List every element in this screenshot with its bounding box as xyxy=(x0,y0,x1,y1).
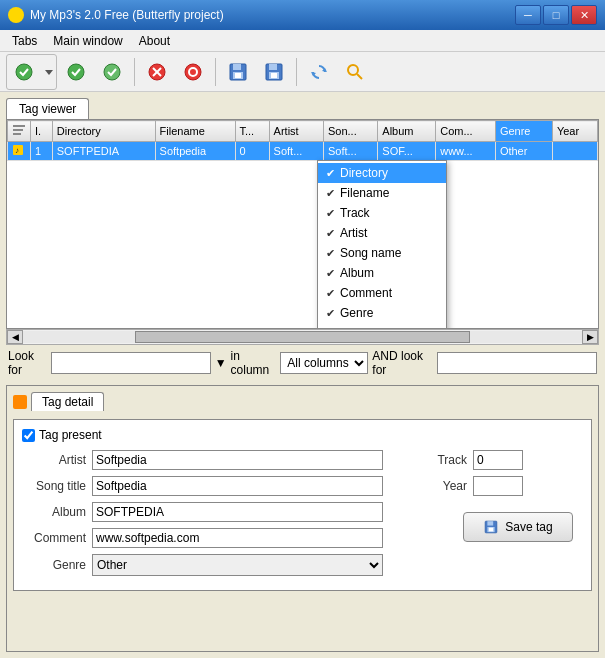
col-directory[interactable]: Directory xyxy=(52,121,155,142)
save-floppy1-icon xyxy=(227,61,249,83)
tag-detail-tab[interactable]: Tag detail xyxy=(31,392,104,411)
lookfor-label: Look for xyxy=(8,349,47,377)
col-album[interactable]: Album xyxy=(378,121,436,142)
context-menu-item-comment[interactable]: ✔Comment xyxy=(318,283,446,303)
dropdown-arrow-icon: ▼ xyxy=(215,356,227,370)
title-bar: My Mp3's 2.0 Free (Butterfly project) ─ … xyxy=(0,0,605,30)
check-icon: ✔ xyxy=(326,167,340,180)
col-filename[interactable]: Filename xyxy=(155,121,235,142)
cell-directory: SOFTPEDIA xyxy=(52,142,155,161)
check-green-icon xyxy=(14,61,36,83)
svg-rect-16 xyxy=(271,73,277,78)
menu-tabs[interactable]: Tabs xyxy=(4,32,45,50)
col-genre[interactable]: Genre xyxy=(495,121,552,142)
window-title: My Mp3's 2.0 Free (Butterfly project) xyxy=(30,8,224,22)
context-menu-item-album[interactable]: ✔Album xyxy=(318,263,446,283)
track-input[interactable] xyxy=(473,450,523,470)
check-icon: ✔ xyxy=(326,247,340,260)
app-icon xyxy=(8,7,24,23)
save-floppy2-icon xyxy=(263,61,285,83)
menu-main-window[interactable]: Main window xyxy=(45,32,130,50)
context-menu-item-song-name[interactable]: ✔Song name xyxy=(318,243,446,263)
lookfor-input[interactable] xyxy=(51,352,211,374)
scroll-left-button[interactable]: ◀ xyxy=(7,330,23,344)
check-green2-button[interactable] xyxy=(59,56,93,88)
svg-rect-10 xyxy=(233,64,241,70)
year-label: Year xyxy=(403,479,473,493)
svg-point-3 xyxy=(104,64,120,80)
table-scroll[interactable]: I. Directory Filename T... Artist Son...… xyxy=(7,120,598,315)
comment-input[interactable] xyxy=(92,528,383,548)
column-select[interactable]: All columns xyxy=(280,352,368,374)
track-row: Track xyxy=(403,450,583,470)
andlook-input[interactable] xyxy=(437,352,597,374)
close-button[interactable]: ✕ xyxy=(571,5,597,25)
cell-songname: Soft... xyxy=(323,142,377,161)
svg-rect-27 xyxy=(488,521,494,525)
genre-select[interactable]: Other xyxy=(92,554,383,576)
svg-rect-21 xyxy=(13,125,25,127)
minimize-button[interactable]: ─ xyxy=(515,5,541,25)
context-menu-item-year[interactable]: ✔Year xyxy=(318,323,446,329)
scroll-thumb[interactable] xyxy=(135,331,470,343)
tag-present-checkbox[interactable] xyxy=(22,429,35,442)
year-row: Year xyxy=(403,476,583,496)
col-comment[interactable]: Com... xyxy=(436,121,496,142)
album-input[interactable] xyxy=(92,502,383,522)
col-songname[interactable]: Son... xyxy=(323,121,377,142)
menu-about[interactable]: About xyxy=(131,32,178,50)
check-green3-button[interactable] xyxy=(95,56,129,88)
toolbar-sep1 xyxy=(134,58,135,86)
tab-strip: Tag viewer xyxy=(6,98,599,119)
artist-label: Artist xyxy=(22,453,92,467)
svg-point-0 xyxy=(16,64,32,80)
col-year[interactable]: Year xyxy=(552,121,597,142)
cell-year xyxy=(552,142,597,161)
artist-input[interactable] xyxy=(92,450,383,470)
scroll-right-button[interactable]: ▶ xyxy=(582,330,598,344)
cell-genre: Other xyxy=(495,142,552,161)
andlook-label: AND look for xyxy=(372,349,433,377)
horizontal-scrollbar[interactable]: ◀ ▶ xyxy=(6,329,599,345)
save-button1[interactable] xyxy=(221,56,255,88)
context-menu-item-filename[interactable]: ✔Filename xyxy=(318,183,446,203)
lookfor-bar: Look for ▼ in column All columns AND loo… xyxy=(6,345,599,381)
context-menu-item-artist[interactable]: ✔Artist xyxy=(318,223,446,243)
col-artist[interactable]: Artist xyxy=(269,121,323,142)
check-dropdown-arrow[interactable] xyxy=(43,56,55,88)
tab-tag-viewer[interactable]: Tag viewer xyxy=(6,98,89,119)
cell-icon: ♪ xyxy=(8,142,31,161)
svg-line-20 xyxy=(357,74,362,79)
comment-row: Comment xyxy=(22,528,383,548)
table-row[interactable]: ♪ 1 SOFTPEDIA Softpedia 0 Soft... Soft..… xyxy=(8,142,598,161)
context-menu-label: Song name xyxy=(340,246,401,260)
delete-x-button[interactable] xyxy=(140,56,174,88)
col-track[interactable]: T... xyxy=(235,121,269,142)
search-icon xyxy=(344,61,366,83)
toolbar xyxy=(0,52,605,92)
delete-circle-button[interactable] xyxy=(176,56,210,88)
context-menu-item-track[interactable]: ✔Track xyxy=(318,203,446,223)
check-green2-icon xyxy=(65,61,87,83)
scroll-track[interactable] xyxy=(23,331,582,343)
check-group xyxy=(6,54,57,90)
main-area: Tag viewer I. Directory xyxy=(0,92,605,658)
save-tag-button[interactable]: Save tag xyxy=(463,512,573,542)
check-green-button[interactable] xyxy=(8,56,42,88)
maximize-button[interactable]: □ xyxy=(543,5,569,25)
refresh-button[interactable] xyxy=(302,56,336,88)
search-button[interactable] xyxy=(338,56,372,88)
context-menu-label: Filename xyxy=(340,186,389,200)
save-button2[interactable] xyxy=(257,56,291,88)
check-icon: ✔ xyxy=(326,227,340,240)
songtitle-input[interactable] xyxy=(92,476,383,496)
check-icon: ✔ xyxy=(326,307,340,320)
svg-rect-12 xyxy=(235,73,241,78)
tag-left-fields: Artist Song title Album Comment xyxy=(22,450,383,582)
context-menu-item-genre[interactable]: ✔Genre xyxy=(318,303,446,323)
context-menu-item-directory[interactable]: ✔Directory xyxy=(318,163,446,183)
col-index[interactable]: I. xyxy=(31,121,53,142)
year-input[interactable] xyxy=(473,476,523,496)
col-icon[interactable] xyxy=(8,121,31,142)
cell-track: 0 xyxy=(235,142,269,161)
